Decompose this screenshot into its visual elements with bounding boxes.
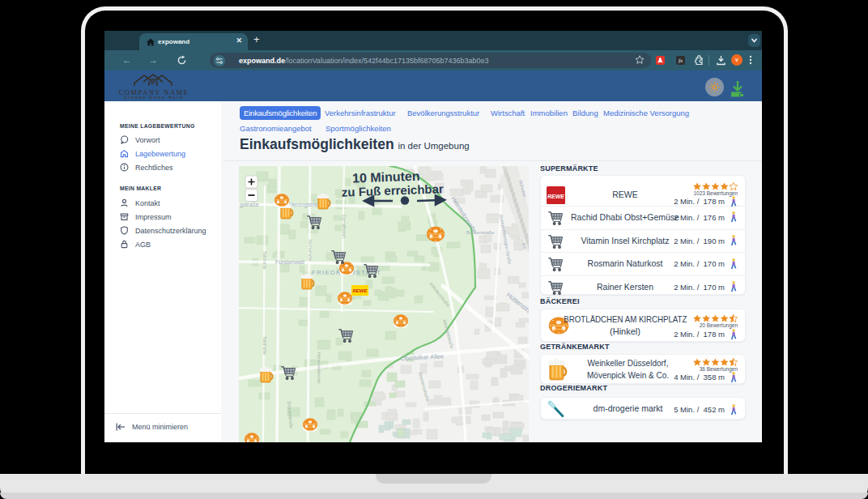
svg-text:Jahnstraße: Jahnstraße [308,239,313,262]
svg-text:Talstraße: Talstraße [262,336,267,355]
svg-text:Talstraße: Talstraße [262,251,267,270]
svg-text:gstraße: gstraße [240,202,259,208]
svg-text:Hohenzollernstr.: Hohenzollernstr. [317,352,321,385]
svg-text:REWE: REWE [353,288,368,293]
svg-text:Bunsenstraße: Bunsenstraße [466,230,494,235]
svg-text:Fürstenwall: Fürstenwall [275,259,304,265]
svg-text:fx: fx [679,58,683,64]
svg-text:Corneliusstr.: Corneliusstr. [342,215,347,240]
